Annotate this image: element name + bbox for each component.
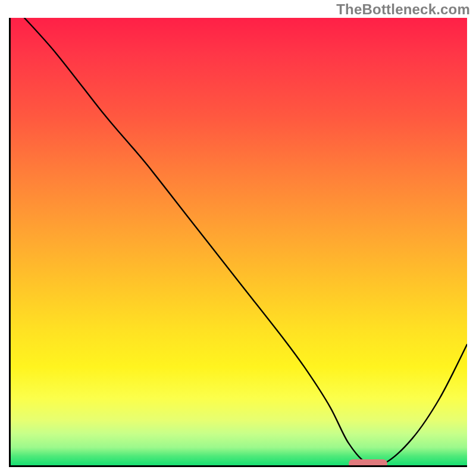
bottleneck-curve <box>11 18 467 465</box>
chart-frame: TheBottleneck.com <box>0 0 476 476</box>
min-marker <box>349 459 388 467</box>
watermark-text: TheBottleneck.com <box>336 1 470 18</box>
plot-area <box>9 18 467 467</box>
